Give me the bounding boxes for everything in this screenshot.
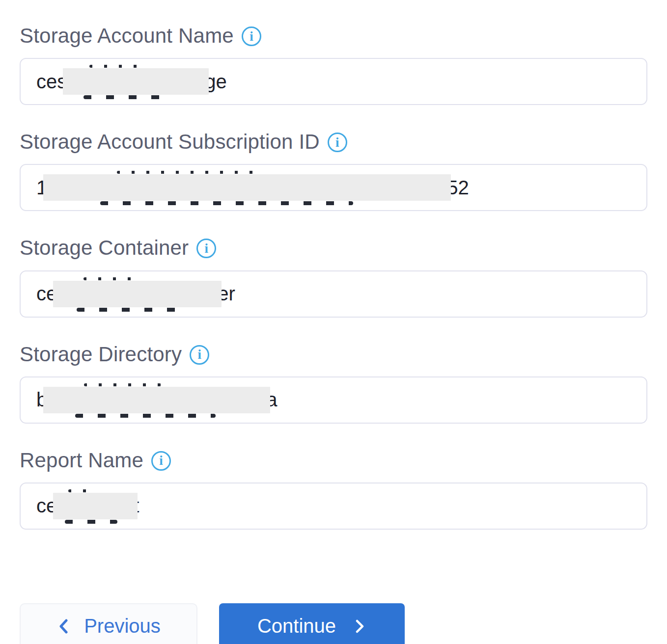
storage-settings-form: Storage Account Name i ces ge Storage Ac… xyxy=(0,0,667,644)
field-label: Storage Account Name xyxy=(20,25,234,47)
info-icon[interactable]: i xyxy=(242,27,261,46)
form-field: Storage Directory i b a xyxy=(20,343,647,424)
field-label: Storage Account Subscription ID xyxy=(20,131,320,153)
text-input[interactable]: 1 52 xyxy=(20,164,647,211)
field-label: Storage Directory xyxy=(20,343,182,366)
field-label-row: Storage Container i xyxy=(20,237,647,259)
form-field: Report Name i ce t xyxy=(20,449,647,530)
redaction-box xyxy=(63,68,209,95)
redaction-box xyxy=(43,174,451,201)
form-navigation: Previous Continue xyxy=(20,603,647,644)
form-field: Storage Account Name i ces ge xyxy=(20,25,647,105)
field-label-row: Storage Account Subscription ID i xyxy=(20,131,647,153)
chevron-right-icon xyxy=(353,618,366,634)
info-icon[interactable]: i xyxy=(190,345,209,365)
redaction-box xyxy=(43,387,270,413)
continue-button[interactable]: Continue xyxy=(219,603,405,644)
info-icon[interactable]: i xyxy=(196,239,216,258)
info-icon[interactable]: i xyxy=(151,451,171,471)
continue-button-label: Continue xyxy=(257,615,336,637)
field-label-row: Storage Directory i xyxy=(20,343,647,366)
info-icon[interactable]: i xyxy=(328,133,347,152)
field-label-row: Report Name i xyxy=(20,449,647,472)
form-field: Storage Container i ce er xyxy=(20,237,647,317)
previous-button-label: Previous xyxy=(84,615,161,637)
text-input[interactable]: ce er xyxy=(20,270,647,318)
field-label-row: Storage Account Name i xyxy=(20,25,647,47)
text-input[interactable]: ces ge xyxy=(20,58,647,105)
input-value-prefix: ces xyxy=(36,71,67,93)
form-fields: Storage Account Name i ces ge Storage Ac… xyxy=(20,25,647,530)
field-label: Report Name xyxy=(20,449,143,472)
text-input[interactable]: b a xyxy=(20,376,647,424)
field-label: Storage Container xyxy=(20,237,189,259)
chevron-left-icon xyxy=(56,618,71,635)
redaction-box xyxy=(53,281,222,307)
text-input[interactable]: ce t xyxy=(20,483,647,530)
previous-button[interactable]: Previous xyxy=(20,603,197,644)
redaction-box xyxy=(53,493,138,519)
form-field: Storage Account Subscription ID i 1 52 xyxy=(20,131,647,211)
